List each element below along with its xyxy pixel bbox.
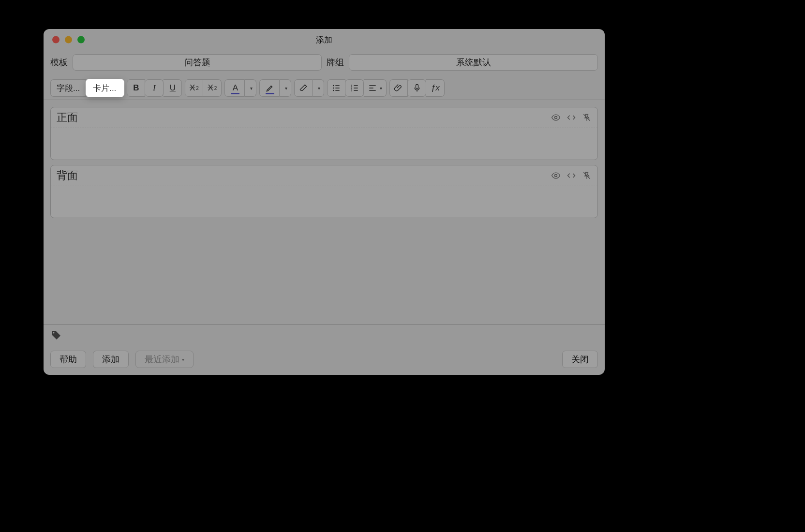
formatting-toolbar: 字段... 卡片... B I U X2 X2 A ▾ <box>44 71 605 100</box>
recent-add-button[interactable]: 最近添加 ▾ <box>135 351 194 368</box>
align-icon <box>368 83 377 93</box>
cards-button[interactable]: 卡片... <box>86 79 124 97</box>
chevron-down-icon: ▾ <box>182 357 184 362</box>
back-field: 背面 <box>50 165 598 218</box>
chevron-down-icon: ▾ <box>318 86 320 91</box>
record-audio-button[interactable] <box>408 79 426 97</box>
svg-text:3: 3 <box>351 89 352 92</box>
svg-rect-15 <box>416 85 418 89</box>
titlebar: 添加 <box>44 29 605 50</box>
eye-icon[interactable] <box>551 113 561 122</box>
code-icon[interactable] <box>566 171 576 180</box>
eraser-icon <box>298 83 308 93</box>
deck-label: 牌组 <box>327 57 344 68</box>
attach-button[interactable] <box>389 79 408 97</box>
tag-row[interactable] <box>44 324 605 346</box>
footer: 帮助 添加 最近添加 ▾ 关闭 <box>44 346 605 375</box>
chevron-down-icon: ▾ <box>285 86 287 91</box>
template-select-button[interactable]: 问答题 <box>73 54 322 71</box>
erase-format-button[interactable] <box>294 79 313 97</box>
chevron-down-icon: ▾ <box>250 86 253 91</box>
code-icon[interactable] <box>566 113 576 122</box>
template-label: 模板 <box>50 57 68 68</box>
subscript-button[interactable]: X2 <box>203 79 222 97</box>
microphone-icon <box>412 83 422 93</box>
maximize-window-button[interactable] <box>77 36 85 44</box>
svg-point-1 <box>333 88 334 89</box>
fields-area: 正面 背面 <box>44 100 605 324</box>
unpin-icon[interactable] <box>582 171 592 180</box>
bullet-list-icon <box>331 83 341 93</box>
deck-select-button[interactable]: 系统默认 <box>349 54 598 71</box>
help-button[interactable]: 帮助 <box>50 351 86 368</box>
underline-button[interactable]: U <box>164 79 182 97</box>
alignment-button[interactable]: ▾ <box>364 79 387 97</box>
selector-row: 模板 问答题 牌组 系统默认 <box>44 50 605 71</box>
traffic-lights <box>52 36 85 44</box>
superscript-button[interactable]: X2 <box>185 79 203 97</box>
front-field-label: 正面 <box>57 110 78 125</box>
text-color-dropdown[interactable]: ▾ <box>245 79 256 97</box>
unpin-icon[interactable] <box>582 113 592 122</box>
svg-point-16 <box>555 117 557 119</box>
highlighter-icon <box>265 83 275 93</box>
deck-value: 系统默认 <box>456 57 491 68</box>
svg-point-20 <box>53 332 55 334</box>
front-field-input[interactable] <box>51 128 597 160</box>
highlight-color-button[interactable] <box>259 79 280 97</box>
svg-point-0 <box>333 85 334 87</box>
back-field-input[interactable] <box>51 186 597 218</box>
paperclip-icon <box>394 83 403 93</box>
chevron-down-icon: ▾ <box>380 86 382 91</box>
svg-point-18 <box>555 175 557 177</box>
minimize-window-button[interactable] <box>65 36 72 44</box>
erase-format-dropdown[interactable]: ▾ <box>313 79 324 97</box>
numbered-list-icon: 123 <box>350 83 359 93</box>
bold-button[interactable]: B <box>127 79 145 97</box>
back-field-label: 背面 <box>57 168 78 183</box>
eye-icon[interactable] <box>551 171 561 180</box>
close-button[interactable]: 关闭 <box>562 351 598 368</box>
close-window-button[interactable] <box>52 36 60 44</box>
template-value: 问答题 <box>184 57 210 68</box>
italic-button[interactable]: I <box>145 79 164 97</box>
unordered-list-button[interactable] <box>327 79 345 97</box>
svg-point-2 <box>333 90 334 91</box>
tag-icon <box>50 329 62 341</box>
equation-button[interactable]: ƒx <box>426 79 445 97</box>
highlight-color-dropdown[interactable]: ▾ <box>280 79 291 97</box>
ordered-list-button[interactable]: 123 <box>345 79 364 97</box>
window-title: 添加 <box>316 34 332 45</box>
fields-button[interactable]: 字段... <box>50 79 86 97</box>
add-button[interactable]: 添加 <box>93 351 129 368</box>
front-field: 正面 <box>50 107 598 160</box>
text-color-button[interactable]: A <box>224 79 245 97</box>
add-card-window: 添加 模板 问答题 牌组 系统默认 字段... 卡片... B I U X2 <box>44 29 605 375</box>
